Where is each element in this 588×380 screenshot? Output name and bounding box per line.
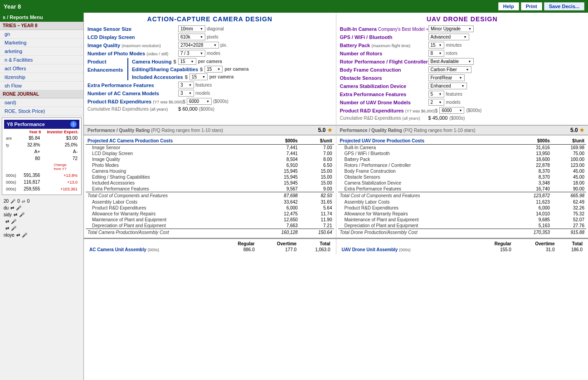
sidebar-item-marketing2[interactable]: arketing (0, 47, 83, 56)
lcd-dropdown[interactable]: 610k (178, 34, 205, 40)
mic-icon-3[interactable]: 🎤 (19, 212, 24, 217)
arrows-icon-2[interactable]: ⇄ (10, 205, 14, 210)
uav-rd-dropdown[interactable]: 6000 (439, 107, 464, 114)
voice-row-5: ⇄ 🎤 (2, 225, 82, 232)
uav-value: 2 models (428, 99, 461, 106)
uav-label: Product R&D Expenditures (Y7 was $6,000) (340, 108, 435, 113)
sidebar-item-citizenship[interactable]: itizenship (0, 73, 83, 82)
info-icon[interactable]: i (70, 121, 77, 127)
mic-icon-5[interactable]: 🎤 (11, 226, 16, 231)
table-row: 80 72 (5, 156, 78, 161)
table-row: Product R&D Expenditures6,0005.64 (86, 205, 334, 211)
mic-icon-6[interactable]: 🎤 (22, 233, 27, 238)
photo-modes-dropdown[interactable]: 7 / 3 (178, 50, 205, 57)
table-row: 000s) 116,817 +13.0 (5, 179, 78, 185)
uav-camera-dropdown[interactable]: Minor Upgrade (428, 25, 474, 32)
perf-title: Y8 Performance i (4, 120, 79, 129)
image-quality-dropdown[interactable]: 2704×2028 (178, 42, 219, 49)
spec-label: Image Quality (maximum resolution) (87, 43, 178, 48)
ac-camera-design: Action-Capture Camera Design Image Senso… (84, 13, 336, 125)
arrows-icon-4[interactable]: ⇄ (5, 219, 9, 224)
image-sensor-dropdown[interactable]: 10mm (178, 25, 205, 32)
voice-row-3: sidy ⇄ 🎤 (2, 211, 82, 218)
sidebar-item-facilities[interactable]: n & Facilities (0, 56, 83, 64)
sidebar-item-roe[interactable]: ROE, Stock Price) (0, 107, 83, 116)
spec-image-quality: Image Quality (maximum resolution) 2704×… (87, 42, 332, 49)
uav-stabilization-dropdown[interactable]: Enhanced (428, 83, 467, 89)
uav-spec-rotor-perf: Rotor Performance / Flight Controller Be… (340, 58, 585, 65)
pq-rating-row: Performance / Quality Rating (P/Q Rating… (84, 125, 588, 136)
housing-dropdown[interactable]: 15 (178, 58, 196, 65)
table-row: Image Sensor7,4417.00 (86, 145, 334, 151)
uav-gps-dropdown[interactable]: Advanced (428, 34, 469, 40)
sidebar-scroll: TRIES – YEAR 8 gn Marketing arketing n &… (0, 22, 83, 380)
table-row: Camera Stabilization Device3,34818.00 (338, 180, 587, 186)
uav-label: Rotor Performance / Flight Controller (340, 59, 428, 64)
accessories-dropdown[interactable]: 15 (190, 73, 208, 80)
uav-drone-design: UAV Drone Design Built-In Camera Company… (336, 13, 588, 125)
sidebar-item-offers[interactable]: act Offers (0, 64, 83, 73)
uav-pq-rating: Performance / Quality Rating (P/Q Rating… (336, 125, 588, 135)
arrows-icon-6[interactable]: ⇄ (16, 233, 20, 238)
table-row: Included Accessories15,94515.00 (86, 180, 334, 186)
editing-dropdown[interactable]: 15 (204, 66, 223, 73)
models-dropdown[interactable]: 3 (178, 90, 194, 97)
uav-models-dropdown[interactable]: 2 (428, 99, 444, 106)
mic-icon-4[interactable]: 🎤 (11, 219, 16, 224)
sidebar-item-gn[interactable]: gn (0, 30, 83, 39)
uav-obstacle-dropdown[interactable]: Front/Rear (428, 74, 465, 81)
uav-rotors-dropdown[interactable]: 8 (428, 50, 444, 57)
uav-value: Best Available (428, 58, 474, 65)
table-row: Photo Modes6,9106.50 (86, 162, 334, 168)
arrows-icon[interactable]: ⇄ (22, 199, 25, 204)
voice-row-4: ⇄ 🎤 (2, 218, 82, 225)
uav-value: Minor Upgrade (428, 25, 474, 32)
arrows-icon-3[interactable]: ⇄ (14, 212, 17, 217)
mic-icon[interactable]: 🎤 (10, 199, 15, 204)
print-button[interactable]: Print (521, 2, 542, 10)
uav-extra-dropdown[interactable]: 5 (428, 91, 444, 97)
table-row: Assembly Labor Costs33,64231.65 (86, 199, 334, 205)
table-row: LCD Display Screen7,4417.00 (86, 151, 334, 156)
uav-label: Battery Pack (maximum flight time) (340, 43, 428, 48)
mic-icon-2[interactable]: 🎤 (16, 205, 21, 210)
spec-label: Image Sensor Size (87, 26, 178, 32)
uav-spec-rotors: Number of Rotors 8 rotors (340, 50, 585, 57)
table-row: Total Drone Production/Assembly Cost170,… (338, 229, 587, 236)
uav-label: Number of Rotors (340, 51, 428, 56)
uav-spec-body: Body Frame Construction Carbon Fiber (340, 66, 585, 73)
uav-assembly: Regular Overtime Total UAV Drone Unit As… (336, 239, 588, 254)
help-button[interactable]: Help (498, 2, 519, 10)
uav-label: Body Frame Construction (340, 67, 428, 73)
table-row: Image Quality8,5048.00 (86, 156, 334, 162)
spec-value: 610k pixels (178, 34, 219, 40)
spec-image-sensor: Image Sensor Size 10mm diagonal (87, 25, 332, 32)
spec-extra-features: Extra Performance Features 3 features (87, 82, 332, 88)
table-row: Maintenance of Plant and Equipment9,6855… (338, 217, 587, 223)
uav-value: 5 features (428, 91, 462, 97)
sidebar-item-board[interactable]: oard) (0, 98, 83, 107)
sidebar-item-marketing1[interactable]: Marketing (0, 39, 83, 47)
uav-battery-dropdown[interactable]: 15 (428, 42, 444, 49)
sidebar-section-journal: RONE JOURNAL (0, 90, 83, 98)
uav-value: 15 minutes (428, 42, 462, 49)
uav-pq-bar: Performance / Quality Rating (P/Q Rating… (336, 125, 588, 135)
rd-dropdown[interactable]: 6000 (187, 98, 212, 105)
extra-features-dropdown[interactable]: 3 (178, 82, 194, 88)
table-row: Obstacle Sensors8,37045.00 (338, 174, 587, 180)
spec-label: Cumulative R&D Expenditures (all years) (87, 107, 178, 112)
uav-value: Carbon Fiber (428, 66, 471, 73)
uav-rotor-perf-dropdown[interactable]: Best Available (428, 58, 474, 65)
table-row: A+ A- (5, 149, 78, 155)
pq-value: 5.0 ★ (570, 127, 584, 133)
uav-spec-cumrd: Cumulative R&D Expenditures (all years) … (340, 115, 585, 121)
uav-body-dropdown[interactable]: Carbon Fiber (428, 66, 471, 73)
uav-label: Extra Performance Features (340, 92, 428, 97)
pq-value: 5.0 ★ (318, 127, 332, 133)
spec-label: LCD Display Screen (87, 34, 178, 40)
arrows-icon-5[interactable]: ⇄ (5, 226, 9, 231)
save-button[interactable]: Save Decis... (544, 2, 584, 10)
table-row: Extra Performance Features16,74090.00 (338, 186, 587, 192)
uav-spec-extra: Extra Performance Features 5 features (340, 91, 585, 97)
sidebar-item-cashflow[interactable]: sh Flow (0, 82, 83, 90)
